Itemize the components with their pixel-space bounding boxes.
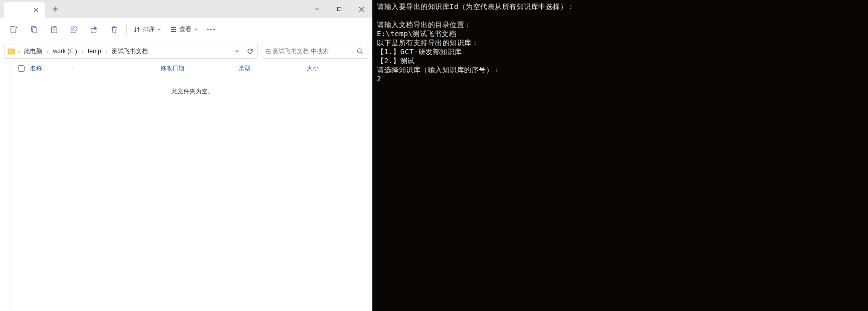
copy-button[interactable]	[24, 21, 44, 39]
more-button[interactable]	[202, 21, 220, 39]
terminal-window[interactable]: 请输入要导出的知识库Id（为空代表从所有知识库中选择）： 请输入文档导出的目录位…	[373, 0, 868, 311]
rename-button[interactable]	[64, 21, 84, 39]
rename-icon	[70, 25, 79, 34]
close-icon	[359, 7, 364, 12]
copy-icon	[30, 25, 39, 34]
close-icon	[34, 8, 39, 13]
chevron-right-icon: ›	[18, 49, 20, 54]
column-type-header[interactable]: 类型	[239, 64, 307, 73]
trash-icon	[110, 25, 119, 34]
new-icon	[10, 25, 19, 34]
sort-label: 排序	[143, 25, 155, 34]
chevron-down-icon	[193, 27, 198, 32]
view-label: 查看	[179, 25, 191, 34]
refresh-icon	[247, 48, 254, 55]
breadcrumb-bar[interactable]: › 此电脑 › work (E:) › temp › 测试飞书文档	[4, 44, 258, 59]
folder-icon	[8, 48, 16, 55]
address-history-button[interactable]	[232, 49, 242, 54]
paste-icon	[50, 25, 59, 34]
svg-rect-4	[33, 28, 37, 33]
share-icon	[90, 25, 99, 34]
terminal-line: 【2.】测试	[377, 57, 415, 65]
window-controls	[306, 0, 372, 18]
terminal-line: 请输入文档导出的目录位置：	[377, 21, 472, 29]
maximize-button[interactable]	[328, 0, 350, 18]
svg-point-12	[357, 49, 361, 53]
refresh-button[interactable]	[244, 48, 256, 55]
svg-rect-6	[53, 26, 55, 28]
breadcrumb-item[interactable]: 测试飞书文档	[110, 46, 150, 57]
maximize-icon	[337, 7, 342, 12]
titlebar	[0, 0, 372, 18]
nav-sidebar[interactable]	[0, 61, 12, 311]
tab-close-button[interactable]	[32, 6, 40, 14]
share-button[interactable]	[84, 21, 104, 39]
sort-indicator-icon: ˄	[72, 66, 75, 71]
chevron-right-icon: ›	[46, 49, 49, 54]
terminal-line: 以下是所有支持导出的知识库：	[377, 39, 479, 47]
svg-point-11	[213, 29, 215, 30]
terminal-line: 【1.】GCT-研发部知识库	[377, 48, 462, 56]
terminal-line: E:\temp\测试飞书文档	[377, 30, 456, 38]
tabstrip	[0, 0, 62, 18]
svg-rect-0	[338, 8, 341, 11]
column-headers: 名称 ˄ 修改日期 类型 大小	[12, 61, 372, 76]
tab-current[interactable]	[4, 2, 45, 18]
delete-button[interactable]	[104, 21, 124, 39]
minimize-icon	[315, 7, 320, 12]
paste-button[interactable]	[44, 21, 64, 39]
new-item-button[interactable]	[4, 21, 24, 39]
column-name-header[interactable]: 名称 ˄	[30, 64, 160, 73]
svg-point-9	[207, 29, 209, 30]
search-input[interactable]	[265, 48, 355, 55]
address-bar-row: › 此电脑 › work (E:) › temp › 测试飞书文档	[0, 41, 372, 61]
chevron-down-icon	[235, 49, 240, 54]
plus-icon	[52, 6, 58, 12]
chevron-right-icon: ›	[81, 49, 84, 54]
column-size-header[interactable]: 大小	[307, 64, 352, 73]
view-button[interactable]: 查看	[165, 21, 202, 39]
terminal-line: 2	[377, 75, 381, 83]
file-list: 名称 ˄ 修改日期 类型 大小 此文件夹为空。	[12, 61, 372, 311]
new-tab-button[interactable]	[48, 2, 62, 16]
sort-icon	[133, 26, 141, 34]
svg-point-10	[210, 29, 212, 30]
terminal-line: 请输入要导出的知识库Id（为空代表从所有知识库中选择）：	[377, 3, 575, 11]
chevron-right-icon: ›	[105, 49, 108, 54]
column-name-label: 名称	[30, 64, 42, 73]
search-icon	[355, 48, 365, 55]
chevron-down-icon	[157, 27, 161, 32]
toolbar: 排序 查看	[0, 18, 372, 41]
content-area: 名称 ˄ 修改日期 类型 大小 此文件夹为空。	[0, 61, 372, 311]
select-all-checkbox[interactable]	[18, 65, 25, 72]
terminal-line: 请选择知识库（输入知识库的序号）：	[377, 66, 501, 74]
close-window-button[interactable]	[350, 0, 372, 18]
search-box[interactable]	[262, 44, 368, 59]
sort-button[interactable]: 排序	[129, 21, 165, 39]
minimize-button[interactable]	[306, 0, 328, 18]
breadcrumb-item[interactable]: work (E:)	[51, 47, 79, 56]
breadcrumb-item[interactable]: 此电脑	[22, 46, 44, 57]
empty-folder-message: 此文件夹为空。	[12, 76, 372, 107]
breadcrumb-item[interactable]: temp	[86, 47, 103, 56]
view-icon	[169, 26, 177, 34]
ellipsis-icon	[207, 29, 215, 31]
column-date-header[interactable]: 修改日期	[160, 64, 239, 73]
file-explorer-window: 排序 查看 › 此电脑 › work (E:) ›	[0, 0, 373, 311]
